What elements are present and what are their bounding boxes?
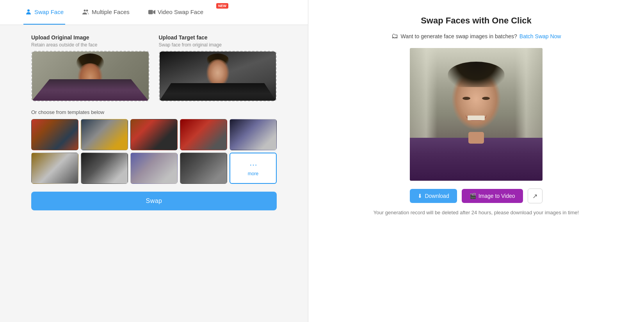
original-image-box: Upload Original Image Retain areas outsi… [31, 34, 149, 101]
right-title: Swap Faces with One Click [421, 16, 532, 26]
templates-label: Or choose from templates below [31, 109, 277, 115]
upload-row: Upload Original Image Retain areas outsi… [31, 34, 277, 101]
result-teeth [468, 116, 485, 120]
upload-target-label: Upload Target face [159, 34, 277, 41]
target-face-preview [160, 52, 276, 101]
batch-swap-link[interactable]: Batch Swap Now [519, 33, 561, 39]
batch-prompt: Want to generate face swap images in bat… [401, 33, 517, 39]
download-label: Download [425, 193, 449, 199]
download-button[interactable]: ⬇ Download [410, 189, 457, 203]
upload-original-sub: Retain areas outside of the face [31, 42, 149, 48]
tab-multiple-faces[interactable]: Multiple Faces [81, 0, 131, 25]
result-shirt [410, 138, 543, 181]
template-item[interactable] [31, 119, 78, 150]
share-button[interactable]: ↗ [528, 189, 543, 203]
template-item[interactable] [229, 119, 277, 150]
svg-rect-3 [148, 10, 153, 14]
svg-point-1 [84, 9, 86, 11]
more-templates-button[interactable]: ⋯ more [229, 153, 277, 184]
group-icon [82, 9, 89, 16]
video-convert-icon: 🎬 [470, 193, 476, 199]
upload-original-label: Upload Original Image [31, 34, 149, 41]
template-item[interactable] [130, 153, 178, 184]
new-badge: NEW [216, 3, 228, 9]
image-to-video-button[interactable]: 🎬 Image to Video [462, 189, 523, 203]
tab-swap-face[interactable]: Swap Face [23, 0, 65, 25]
swap-button[interactable]: Swap [31, 192, 277, 210]
template-item[interactable] [81, 153, 128, 184]
notice-text: Your generation record will be deleted a… [374, 210, 579, 215]
svg-point-0 [27, 9, 30, 12]
video-label: Image to Video [479, 193, 515, 199]
left-panel: Swap Face Multiple Faces [0, 0, 308, 322]
original-face-preview [32, 52, 149, 101]
video-icon [148, 9, 155, 16]
svg-point-2 [86, 9, 88, 11]
template-item[interactable] [31, 153, 78, 184]
template-item[interactable] [130, 119, 178, 150]
tab-video-swap-face[interactable]: Video Swap Face NEW [147, 0, 217, 25]
stack-icon: 🗂 [391, 32, 398, 40]
tab-swap-face-label: Swap Face [34, 9, 64, 15]
template-grid: ⋯ more [31, 119, 277, 184]
result-hair [448, 62, 505, 87]
upload-target-zone[interactable] [159, 51, 277, 101]
share-icon: ↗ [532, 192, 537, 200]
more-dots-icon: ⋯ [249, 160, 257, 169]
target-face-box: Upload Target face Swap face from origin… [159, 34, 277, 101]
result-image [410, 48, 543, 181]
svg-marker-4 [153, 10, 155, 14]
tab-bar: Swap Face Multiple Faces [0, 0, 308, 25]
result-eye-left [463, 97, 470, 100]
template-item[interactable] [180, 153, 227, 184]
batch-row: 🗂 Want to generate face swap images in b… [391, 32, 561, 40]
result-background [410, 48, 543, 181]
right-panel: Swap Faces with One Click 🗂 Want to gene… [308, 0, 644, 322]
person-icon [25, 9, 32, 16]
action-row: ⬇ Download 🎬 Image to Video ↗ [410, 189, 542, 203]
result-eye-right [482, 97, 490, 100]
download-icon: ⬇ [418, 193, 422, 199]
template-item[interactable] [180, 119, 227, 150]
upload-target-sub: Swap face from original image [159, 42, 277, 48]
more-label: more [248, 171, 258, 176]
tab-video-swap-face-label: Video Swap Face [158, 9, 203, 15]
upload-original-zone[interactable] [31, 51, 149, 101]
main-container: Swap Face Multiple Faces [0, 0, 644, 322]
left-content: Upload Original Image Retain areas outsi… [0, 25, 308, 322]
template-item[interactable] [81, 119, 128, 150]
tab-multiple-faces-label: Multiple Faces [92, 9, 130, 15]
